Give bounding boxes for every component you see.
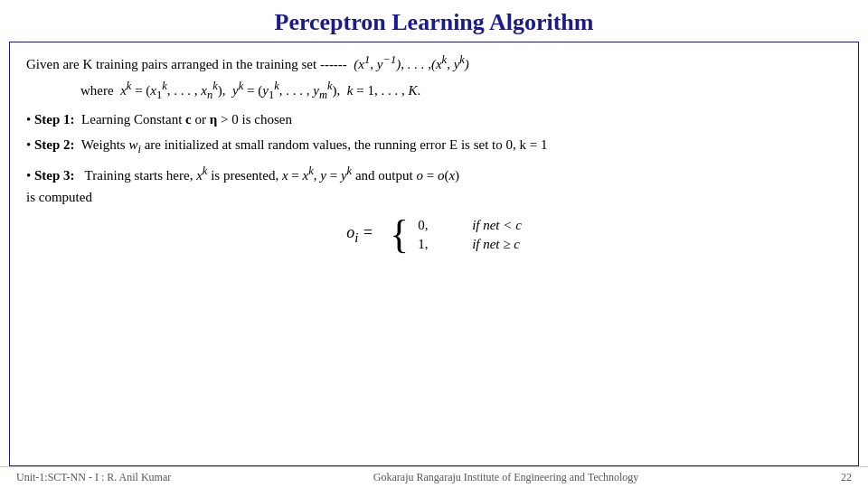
step1-block: • Step 1: Learning Constant c or η > 0 i… (26, 108, 842, 130)
brace-symbol: { (390, 215, 409, 255)
step2-text: Weights wi are initialized at small rand… (81, 137, 548, 152)
brace-cases: 0, if net < c 1, if net ≥ c (418, 218, 522, 252)
where-line: where xk = (x1k, . . . , xnk), yk = (y1k… (80, 77, 842, 105)
step3-block: • Step 3: Training starts here, xk is pr… (26, 162, 842, 208)
page-title: Perceptron Learning Algorithm (0, 0, 868, 42)
page: Perceptron Learning Algorithm Given are … (0, 0, 868, 488)
formula-lhs: oi = (346, 223, 373, 246)
footer-right: 22 (841, 471, 852, 484)
content-box: Given are K training pairs arranged in t… (9, 42, 859, 466)
step1-label: Step 1: (34, 112, 75, 127)
footer-left: Unit-1:SCT-NN - I : R. Anil Kumar (16, 471, 171, 484)
brace-case-1: 0, if net < c (418, 218, 522, 233)
footer: Unit-1:SCT-NN - I : R. Anil Kumar Gokara… (0, 466, 868, 488)
brace-case-2: 1, if net ≥ c (418, 237, 522, 252)
case2-val: 1, (418, 237, 445, 252)
step3-label: Step 3: (34, 168, 75, 183)
step3-is-computed: is computed (26, 190, 92, 204)
step3-text: Training starts here, xk is presented, x… (81, 168, 459, 183)
given-text: Given are K training pairs arranged in t… (26, 57, 347, 71)
training-set-math: (x1, y−1), . . . ,(xk, yk) (351, 57, 469, 71)
footer-center: Gokaraju Rangaraju Institute of Engineer… (171, 471, 841, 484)
step1-text: Learning Constant c or η > 0 is chosen (81, 112, 292, 127)
given-line: Given are K training pairs arranged in t… (26, 52, 842, 75)
case2-cond: if net ≥ c (472, 237, 520, 252)
brace-formula: oi = { 0, if net < c 1, if net ≥ c (346, 215, 522, 255)
case1-val: 0, (418, 218, 445, 233)
case1-cond: if net < c (472, 218, 522, 233)
formula-block: oi = { 0, if net < c 1, if net ≥ c (26, 215, 842, 255)
step2-block: • Step 2: Weights wi are initialized at … (26, 134, 842, 158)
step2-label: Step 2: (34, 137, 75, 152)
